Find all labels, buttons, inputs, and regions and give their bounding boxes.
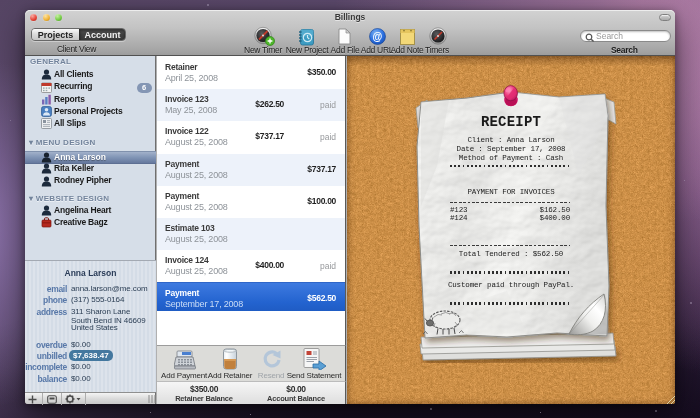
svg-text:@: @ [373,31,383,42]
